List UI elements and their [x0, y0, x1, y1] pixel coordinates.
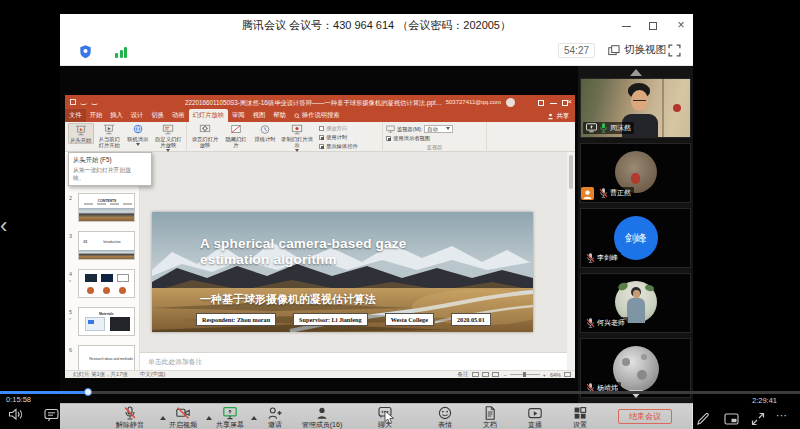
- undo-icon[interactable]: [80, 100, 87, 105]
- setup-slideshow-button[interactable]: 设置幻灯片放映: [190, 123, 220, 148]
- ppt-account-avatar[interactable]: [506, 98, 515, 107]
- checkbox-use-timings[interactable]: 使用计时: [319, 134, 358, 141]
- meeting-title: 腾讯会议 会议号：430 964 614 （会议密码：202005）: [60, 18, 693, 33]
- language-indicator[interactable]: 中文(中国): [140, 371, 166, 378]
- slideshow-checkboxes: 播放旁白 使用计时 显示媒体控件: [319, 123, 358, 150]
- tab-review[interactable]: 审阅: [228, 109, 249, 122]
- ppt-ribbon: 从头开始 从当前幻灯片开始 联机演示 自定义幻灯片放映 开始放映幻灯片: [65, 122, 575, 152]
- unmute-button[interactable]: 解除静音: [106, 406, 154, 429]
- slide-thumbnail-2[interactable]: 2 CONTENTS: [65, 193, 140, 229]
- checkbox-play-narration[interactable]: 播放旁白: [319, 125, 358, 132]
- volume-icon[interactable]: [8, 407, 24, 422]
- slideshow-view-icon[interactable]: [492, 372, 499, 377]
- close-button[interactable]: ×: [672, 20, 690, 32]
- fullscreen-icon[interactable]: [668, 44, 681, 57]
- participant-tile-3[interactable]: 剑峰 李剑峰: [580, 208, 691, 268]
- participant-tile-5[interactable]: 杨靖炜: [580, 338, 691, 398]
- share-screen-button[interactable]: 共享屏幕: [208, 406, 252, 429]
- slide-thumbnail-4[interactable]: 4 *: [65, 269, 140, 305]
- tab-home[interactable]: 开始: [86, 109, 107, 122]
- previous-chevron-icon[interactable]: ‹: [0, 215, 7, 237]
- switch-view-button[interactable]: 切换视图: [608, 43, 666, 57]
- group-label-monitors: 监视器: [386, 143, 483, 152]
- ppt-close-button[interactable]: ×: [567, 97, 572, 106]
- ppt-status-bar: 幻灯片 第1张，共17张 中文(中国) 备注 − + 64%: [65, 370, 575, 378]
- mic-muted-icon: [586, 253, 595, 263]
- invite-button[interactable]: 邀请: [257, 406, 293, 429]
- network-signal-icon[interactable]: [115, 45, 129, 58]
- zoom-slider[interactable]: [510, 374, 540, 375]
- custom-show-icon: [162, 124, 174, 135]
- docs-button[interactable]: 文档: [474, 406, 506, 429]
- settings-button[interactable]: 设置: [564, 406, 596, 429]
- ppt-scrollbar[interactable]: [567, 152, 575, 370]
- slide-info-boxes: Respondent: Zhou moran Supervisor: Li Ji…: [196, 313, 491, 326]
- slide-thumbnail-5[interactable]: 5 * Materials: [65, 307, 140, 343]
- minimize-button[interactable]: [618, 20, 636, 32]
- zoom-level[interactable]: 64%: [550, 372, 561, 378]
- tab-design[interactable]: 设计: [127, 109, 148, 122]
- present-online-icon: [132, 124, 144, 135]
- record-slideshow-button[interactable]: 录制幻灯片演示: [281, 123, 313, 154]
- tab-animations[interactable]: 动画: [168, 109, 189, 122]
- participant-tile-1[interactable]: 周沫然: [580, 78, 691, 138]
- manage-members-button[interactable]: 管理成员(16): [290, 406, 354, 429]
- maximize-button[interactable]: [645, 20, 663, 32]
- tab-transitions[interactable]: 切换: [147, 109, 168, 122]
- tab-slideshow[interactable]: 幻灯片放映: [189, 109, 228, 122]
- ppt-quick-access-toolbar[interactable]: [70, 99, 98, 105]
- sorter-view-icon[interactable]: [482, 372, 489, 377]
- tell-me-search[interactable]: 操作说明搜索: [290, 109, 344, 122]
- monitor-dropdown[interactable]: 自动: [424, 125, 453, 133]
- lightbulb-icon: [294, 113, 300, 119]
- present-online-button[interactable]: 联机演示: [125, 123, 151, 148]
- pip-subtitle-icon[interactable]: [724, 413, 739, 425]
- checkbox-presenter-view[interactable]: 使用演示者视图: [386, 135, 483, 142]
- progress-handle[interactable]: [84, 388, 92, 396]
- slide-subtitle: 一种基于球形摄像机的凝视估计算法: [200, 292, 376, 307]
- tab-help[interactable]: 帮助: [269, 109, 290, 122]
- end-meeting-button[interactable]: 结束会议: [618, 409, 672, 424]
- fit-slide-icon[interactable]: [564, 372, 571, 377]
- document-icon: [483, 406, 497, 420]
- rehearse-timings-button[interactable]: 排练计时: [252, 123, 278, 142]
- live-play-icon: [528, 406, 542, 420]
- from-current-slide-button[interactable]: 从当前幻灯片开始: [97, 123, 123, 148]
- playback-progress-bar[interactable]: [0, 391, 800, 394]
- slide-thumbnail-6[interactable]: 6 02 Research ideas and methods: [65, 345, 140, 370]
- hide-slide-button[interactable]: 隐藏幻灯片: [223, 123, 249, 148]
- save-icon[interactable]: [70, 99, 76, 105]
- share-screen-icon: [223, 406, 237, 420]
- zoom-in-button[interactable]: +: [543, 372, 546, 378]
- host-badge-icon: [581, 187, 594, 200]
- slide-canvas[interactable]: A spherical camera-based gaze estimation…: [152, 212, 533, 332]
- emoji-button[interactable]: 表情: [429, 406, 461, 429]
- expand-arrows-icon[interactable]: [751, 412, 765, 426]
- redo-icon[interactable]: [91, 100, 98, 105]
- slide-thumbnail-3[interactable]: 3 01 Introduction: [65, 231, 140, 267]
- notes-toggle[interactable]: 备注: [458, 371, 469, 378]
- tab-file[interactable]: 文件: [65, 109, 86, 122]
- ribbon-group-monitors: 监视器(M): 自动 使用演示者视图 监视器: [383, 122, 487, 152]
- participant-tile-2[interactable]: 曹正然: [580, 143, 691, 203]
- custom-slideshow-button[interactable]: 自定义幻灯片放映: [154, 123, 183, 154]
- ppt-notes-pane[interactable]: 单击此处添加备注: [140, 352, 567, 370]
- settings-grid-icon: [573, 406, 587, 420]
- start-video-button[interactable]: 开启视频: [161, 406, 205, 429]
- normal-view-icon[interactable]: [472, 372, 479, 377]
- tab-view[interactable]: 视图: [249, 109, 270, 122]
- tab-insert[interactable]: 插入: [106, 109, 127, 122]
- security-shield-icon[interactable]: [79, 44, 92, 59]
- danmaku-message-icon[interactable]: [44, 408, 59, 422]
- collapse-videos-icon[interactable]: [630, 69, 642, 76]
- ppt-account-email[interactable]: 503727411@qq.com: [446, 99, 501, 105]
- live-button[interactable]: 直播: [519, 406, 551, 429]
- from-beginning-button[interactable]: 从头开始: [68, 123, 94, 144]
- ppt-share-button[interactable]: 共享: [547, 112, 569, 121]
- participant-name: 曹正然: [610, 188, 631, 198]
- participant-tile-4[interactable]: 何兴老师: [580, 273, 691, 333]
- annotate-pencil-icon[interactable]: [696, 412, 710, 426]
- zoom-out-button[interactable]: −: [504, 372, 507, 378]
- more-options-icon[interactable]: ⋯: [776, 409, 788, 422]
- checkbox-show-media-controls[interactable]: 显示媒体控件: [319, 143, 358, 150]
